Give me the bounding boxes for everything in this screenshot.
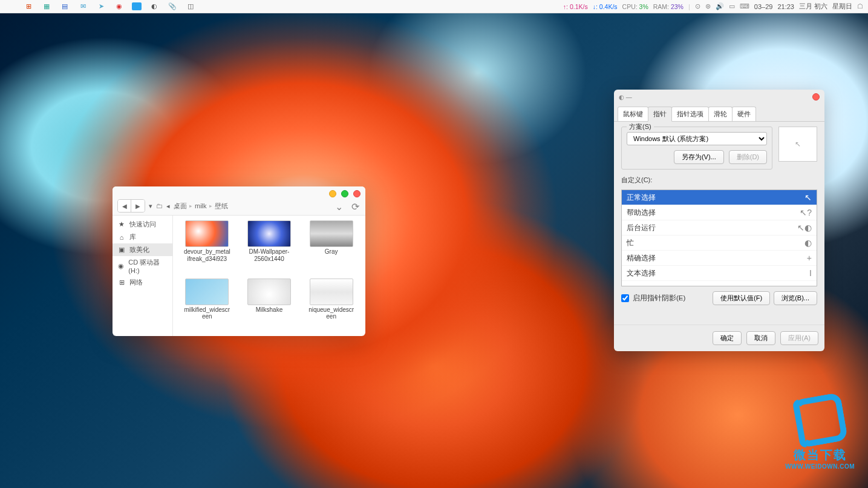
tab-pointer[interactable]: 指针 [648, 107, 672, 122]
folder-icon[interactable] [132, 2, 142, 10]
cursor-item-precision[interactable]: 精确选择+ [622, 251, 817, 266]
scheme-fieldset: 方案(S) Windows 默认 (系统方案) 另存为(V)... 删除(D) [621, 127, 772, 170]
notification-icon[interactable]: ☖ [857, 2, 863, 10]
tray-icon-2[interactable]: ⊛ [705, 2, 711, 10]
file-item[interactable]: Milkshake [240, 279, 299, 332]
apply-button[interactable]: 应用(A) [780, 331, 818, 345]
tab-mouse-keys[interactable]: 鼠标键 [618, 107, 648, 122]
delete-button[interactable]: 删除(D) [729, 150, 767, 164]
music-icon[interactable]: ◉ [114, 1, 125, 12]
browse-button[interactable]: 浏览(B)... [774, 291, 817, 305]
finder-window: ◀ ▶ ▾ 🗀 ◂ 桌面▸ milk▸ 壁纸 ⌄ ⟳ ★快速访问 ⌂库 ▣致美化… [113, 186, 365, 336]
tab-wheel[interactable]: 滑轮 [708, 107, 733, 122]
cpu-stat: CPU: 3% [622, 3, 648, 10]
cursor-item-help[interactable]: 帮助选择↖? [622, 205, 817, 220]
weekday: 星期日 [832, 2, 852, 11]
close-button[interactable] [353, 190, 361, 197]
cursor-item-text[interactable]: 文本选择I [622, 266, 817, 281]
divider-icon: | [688, 3, 690, 10]
cursor-glyph-icon: + [807, 253, 812, 263]
cursor-glyph-icon: ↖? [800, 208, 812, 217]
file-item[interactable]: niqueue_widescreen [302, 279, 361, 332]
cancel-button[interactable]: 取消 [746, 331, 775, 345]
thumbnail [185, 220, 229, 247]
cursor-glyph-icon: ↖◐ [797, 223, 812, 232]
minimize-button[interactable] [329, 190, 336, 197]
cursor-glyph-icon: ↖ [804, 193, 812, 202]
maximize-button[interactable] [341, 190, 348, 197]
pointer-shadow-checkbox[interactable] [621, 294, 629, 302]
ram-stat: RAM: 23% [653, 3, 684, 10]
thumbnail [247, 220, 291, 247]
clip-icon[interactable]: 📎 [167, 1, 178, 12]
tab-hardware[interactable]: 硬件 [732, 107, 756, 122]
sidebar-item-quickaccess[interactable]: ★快速访问 [113, 218, 172, 231]
net-up: ↑: 0.1K/s [563, 3, 588, 10]
file-item[interactable]: Gray [302, 220, 361, 274]
sidebar-item-theme[interactable]: ▣致美化 [113, 243, 172, 256]
finder-titlebar[interactable]: ◀ ▶ ▾ 🗀 ◂ 桌面▸ milk▸ 壁纸 ⌄ ⟳ [113, 186, 365, 216]
location-icon[interactable]: ➤ [96, 1, 106, 12]
cursor-glyph-icon: ◐ [804, 238, 812, 248]
mouse-properties-dialog: ◐ — 鼠标键 指针 指针选项 滑轮 硬件 方案(S) Windows 默认 (… [614, 90, 824, 351]
cursor-glyph-icon: I [809, 268, 812, 278]
sidebar-item-cddrive[interactable]: ◉CD 驱动器 (H:) [113, 256, 172, 276]
battery-icon[interactable]: ▭ [729, 2, 735, 10]
dialog-titlebar[interactable]: ◐ — [614, 90, 824, 104]
thumbnail [185, 279, 229, 305]
breadcrumb[interactable]: 桌面▸ milk▸ 壁纸 [174, 202, 228, 211]
cursor-item-background[interactable]: 后台运行↖◐ [622, 220, 817, 236]
nav-back-button[interactable]: ◀ [118, 200, 131, 212]
custom-label: 自定义(C): [621, 176, 817, 185]
refresh-icon[interactable]: ⟳ [351, 201, 359, 213]
tray-icon-1[interactable]: ⊙ [695, 2, 700, 10]
watermark: 微当下载 WWW.WEIDOWN.COM [785, 396, 855, 470]
view-dropdown-icon[interactable]: ⌄ [335, 201, 343, 213]
cursor-list[interactable]: 正常选择↖ 帮助选择↖? 后台运行↖◐ 忙◐ 精确选择+ 文本选择I [621, 190, 817, 286]
dialog-tabs: 鼠标键 指针 指针选项 滑轮 硬件 [614, 107, 824, 122]
file-item[interactable]: devour_by_metalifreak_d34i923 [178, 220, 237, 274]
use-default-button[interactable]: 使用默认值(F) [713, 291, 770, 305]
chrome-icon[interactable]: ◐ [149, 1, 160, 12]
folder-glyph-icon: 🗀 [156, 202, 163, 209]
lunar-date: 三月 初六 [799, 2, 827, 11]
finder-sidebar: ★快速访问 ⌂库 ▣致美化 ◉CD 驱动器 (H:) ⊞网络 [113, 216, 173, 336]
time: 21:23 [777, 3, 794, 10]
apple-icon[interactable] [5, 1, 16, 12]
volume-icon[interactable]: 🔊 [716, 2, 724, 10]
cursor-item-normal[interactable]: 正常选择↖ [622, 190, 817, 205]
thumbnail [310, 220, 353, 247]
file-item[interactable]: DM-Wallpaper-2560x1440 [240, 220, 299, 274]
keyboard-icon[interactable]: ⌨ [740, 2, 749, 10]
thumbnail [310, 279, 353, 305]
ok-button[interactable]: 确定 [713, 331, 742, 345]
watermark-url: WWW.WEIDOWN.COM [785, 463, 855, 470]
file-item[interactable]: milkified_widescreen [178, 279, 237, 332]
app-icon-4[interactable]: ◫ [185, 1, 196, 12]
dialog-icon: ◐ — [619, 94, 632, 101]
tab-pointer-options[interactable]: 指针选项 [671, 107, 709, 122]
sidebar-item-library[interactable]: ⌂库 [113, 231, 172, 243]
watermark-logo-icon [792, 392, 848, 449]
app-icon-2[interactable]: ▤ [59, 1, 70, 12]
cursor-preview: ↖ [778, 127, 817, 162]
scheme-select[interactable]: Windows 默认 (系统方案) [627, 132, 767, 145]
file-grid: devour_by_metalifreak_d34i923 DM-Wallpap… [173, 216, 365, 336]
app-icon-3[interactable]: ✉ [77, 1, 88, 12]
sidebar-item-network[interactable]: ⊞网络 [113, 276, 172, 289]
pointer-shadow-label: 启用指针阴影(E) [633, 294, 685, 303]
office-icon[interactable]: ⊞ [23, 1, 34, 12]
menubar: ⊞ ▦ ▤ ✉ ➤ ◉ ◐ 📎 ◫ ↑: 0.1K/s ↓: 0.4K/s CP… [0, 0, 868, 13]
watermark-title: 微当下载 [785, 447, 855, 463]
nav-forward-button[interactable]: ▶ [131, 200, 145, 212]
net-down: ↓: 0.4K/s [593, 3, 618, 10]
app-icon-1[interactable]: ▦ [41, 1, 52, 12]
save-as-button[interactable]: 另存为(V)... [674, 150, 724, 164]
dialog-close-button[interactable] [812, 93, 820, 101]
thumbnail [247, 279, 291, 305]
cursor-item-busy[interactable]: 忙◐ [622, 236, 817, 251]
date: 03–29 [754, 3, 773, 10]
scheme-legend: 方案(S) [627, 122, 654, 131]
up-button[interactable]: ▾ [149, 202, 152, 210]
